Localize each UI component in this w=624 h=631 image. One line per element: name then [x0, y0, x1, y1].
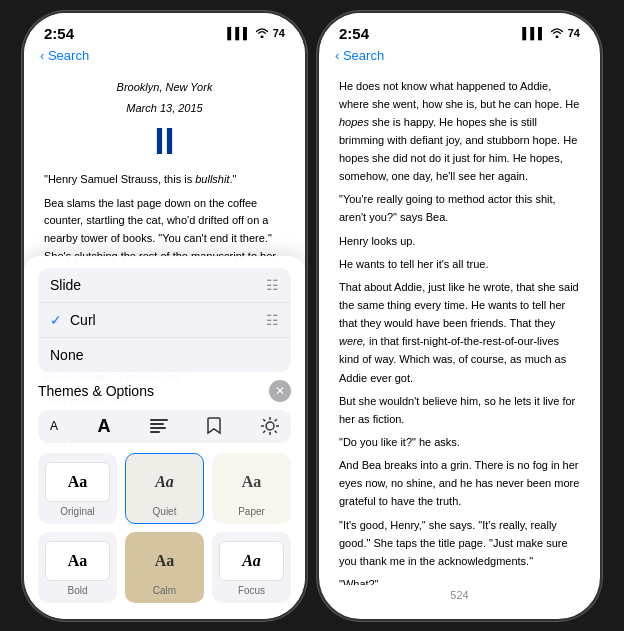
curl-check: ✓ [50, 312, 62, 328]
themes-grid: Aa Original Aa Quiet Aa Paper Aa Bold Aa [38, 453, 291, 603]
slide-label: Slide [50, 277, 81, 293]
theme-focus-preview: Aa [219, 541, 284, 581]
svg-rect-1 [150, 423, 164, 425]
battery-icon-right: 74 [568, 27, 580, 39]
svg-line-12 [263, 431, 265, 433]
curl-icon: ☷ [266, 312, 279, 328]
theme-paper-label: Paper [238, 506, 265, 517]
theme-quiet-preview: Aa [132, 462, 197, 502]
theme-original-label: Original [60, 506, 94, 517]
phones-container: 2:54 ▌▌▌ 74 ‹ Search [22, 11, 602, 621]
theme-quiet[interactable]: Aa Quiet [125, 453, 204, 524]
theme-paper-preview: Aa [219, 462, 284, 502]
page-number: 524 [319, 585, 600, 605]
right-para-2: "You're really going to method actor thi… [339, 190, 580, 226]
wifi-icon [255, 26, 269, 40]
nav-bar-left[interactable]: ‹ Search [24, 46, 305, 69]
theme-calm-preview: Aa [132, 541, 197, 581]
right-para-9: "It's good, Henry," she says. "It's real… [339, 516, 580, 570]
nav-bar-right[interactable]: ‹ Search [319, 46, 600, 69]
theme-calm[interactable]: Aa Calm [125, 532, 204, 603]
svg-point-4 [266, 422, 274, 430]
status-icons-left: ▌▌▌ 74 [227, 26, 285, 40]
right-para-10: "What?" [339, 575, 580, 584]
status-icons-right: ▌▌▌ 74 [522, 26, 580, 40]
chapter-location: Brooklyn, New York [44, 79, 285, 97]
curl-label: Curl [70, 312, 266, 328]
back-button-right[interactable]: ‹ Search [335, 48, 384, 63]
theme-original[interactable]: Aa Original [38, 453, 117, 524]
themes-title: Themes & Options [38, 383, 154, 399]
wifi-icon-right [550, 26, 564, 40]
slide-option-curl[interactable]: ✓ Curl ☷ [38, 303, 291, 338]
svg-rect-2 [150, 427, 166, 429]
theme-quiet-label: Quiet [153, 506, 177, 517]
slide-option-slide[interactable]: Slide ☷ [38, 268, 291, 303]
right-para-8: And Bea breaks into a grin. There is no … [339, 456, 580, 510]
svg-rect-0 [150, 419, 168, 421]
none-label: None [50, 347, 83, 363]
battery-icon: 74 [273, 27, 285, 39]
svg-line-10 [275, 431, 277, 433]
left-phone: 2:54 ▌▌▌ 74 ‹ Search [22, 11, 307, 621]
status-bar-left: 2:54 ▌▌▌ 74 [24, 13, 305, 46]
font-small-button[interactable]: A [50, 419, 58, 433]
theme-focus-label: Focus [238, 585, 265, 596]
slide-options: Slide ☷ ✓ Curl ☷ None [38, 268, 291, 372]
toolbar-row: A A [38, 410, 291, 443]
font-family-button[interactable] [150, 419, 168, 433]
book-para-1: "Henry Samuel Strauss, this is bullshit.… [44, 171, 285, 189]
theme-bold-preview: Aa [45, 541, 110, 581]
back-button-left[interactable]: ‹ Search [40, 48, 89, 63]
time-right: 2:54 [339, 25, 369, 42]
status-bar-right: 2:54 ▌▌▌ 74 [319, 13, 600, 46]
theme-paper[interactable]: Aa Paper [212, 453, 291, 524]
book-content-right: He does not know what happened to Addie,… [319, 69, 600, 585]
signal-icon: ▌▌▌ [227, 27, 250, 39]
chapter-number: II [44, 122, 285, 162]
signal-icon-right: ▌▌▌ [522, 27, 545, 39]
right-phone: 2:54 ▌▌▌ 74 ‹ Search H [317, 11, 602, 621]
time-left: 2:54 [44, 25, 74, 42]
svg-line-11 [275, 419, 277, 421]
brightness-button[interactable] [261, 417, 279, 435]
slide-icon: ☷ [266, 277, 279, 293]
chapter-header: Brooklyn, New York March 13, 2015 II [44, 79, 285, 162]
font-large-button[interactable]: A [98, 416, 111, 437]
overlay-panel: Slide ☷ ✓ Curl ☷ None Themes & Options ✕ [24, 256, 305, 619]
theme-bold[interactable]: Aa Bold [38, 532, 117, 603]
right-para-6: But she wouldn't believe him, so he lets… [339, 392, 580, 428]
right-para-1: He does not know what happened to Addie,… [339, 77, 580, 186]
right-para-5: That about Addie, just like he wrote, th… [339, 278, 580, 387]
svg-line-9 [263, 419, 265, 421]
chapter-date: March 13, 2015 [44, 100, 285, 118]
theme-calm-label: Calm [153, 585, 176, 596]
bookmark-button[interactable] [207, 417, 221, 435]
theme-original-preview: Aa [45, 462, 110, 502]
theme-focus[interactable]: Aa Focus [212, 532, 291, 603]
right-para-4: He wants to tell her it's all true. [339, 255, 580, 273]
close-button[interactable]: ✕ [269, 380, 291, 402]
themes-header: Themes & Options ✕ [38, 380, 291, 402]
theme-bold-label: Bold [67, 585, 87, 596]
svg-rect-3 [150, 431, 160, 433]
right-para-3: Henry looks up. [339, 232, 580, 250]
slide-option-none[interactable]: None [38, 338, 291, 372]
right-para-7: "Do you like it?" he asks. [339, 433, 580, 451]
